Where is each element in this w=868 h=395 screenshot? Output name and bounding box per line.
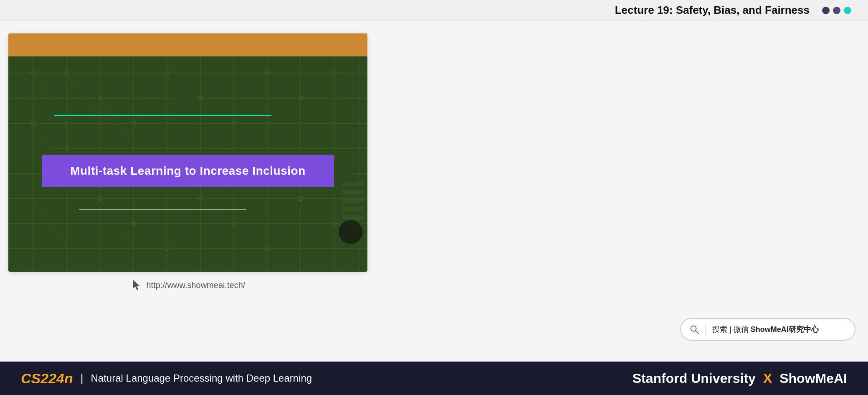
search-divider: [706, 324, 706, 335]
slide-cyan-line: [54, 115, 271, 116]
footer-x: X: [763, 371, 772, 386]
footer-course-code: CS224n: [21, 370, 73, 387]
svg-rect-45: [342, 215, 363, 219]
dots-container: [822, 7, 851, 14]
search-box[interactable]: 搜索 | 微信 ShowMeAI研究中心: [680, 318, 855, 341]
footer-right: Stanford University X ShowMeAI: [633, 371, 847, 386]
main-content: Multi-task Learning to Increase Inclusio…: [0, 21, 868, 362]
svg-rect-42: [342, 190, 363, 194]
footer-separator: |: [81, 372, 84, 385]
slide-banner: Multi-task Learning to Increase Inclusio…: [42, 155, 334, 187]
url-text: http://www.showmeai.tech/: [147, 280, 245, 290]
search-brand: ShowMeAI研究中心: [751, 325, 819, 334]
svg-rect-43: [342, 199, 363, 203]
footer-stanford: Stanford University: [633, 371, 756, 386]
right-panel: 搜索 | 微信 ShowMeAI研究中心: [376, 21, 868, 362]
lecture-title: Lecture 19: Safety, Bias, and Fairness: [615, 4, 810, 17]
slide-top-bar: [8, 33, 367, 56]
svg-line-55: [696, 331, 698, 334]
slide-title: Multi-task Learning to Increase Inclusio…: [70, 164, 306, 178]
cursor-icon: [131, 279, 142, 291]
search-text: 搜索 | 微信 ShowMeAI研究中心: [712, 324, 819, 334]
search-box-wrapper: 搜索 | 微信 ShowMeAI研究中心: [388, 318, 855, 341]
svg-point-46: [338, 219, 363, 245]
top-header: Lecture 19: Safety, Bias, and Fairness: [0, 0, 868, 21]
slide-panel: Multi-task Learning to Increase Inclusio…: [0, 21, 376, 362]
footer-showmeai: ShowMeAI: [779, 371, 847, 386]
svg-rect-44: [342, 207, 363, 211]
svg-rect-41: [342, 182, 363, 186]
dot-3[interactable]: [844, 7, 851, 14]
search-icon: [689, 324, 699, 334]
dot-1[interactable]: [822, 7, 830, 14]
footer-bar: CS224n | Natural Language Processing wit…: [0, 362, 868, 395]
footer-subtitle: Natural Language Processing with Deep Le…: [91, 372, 312, 384]
slide-container: Multi-task Learning to Increase Inclusio…: [8, 33, 367, 272]
footer-left: CS224n | Natural Language Processing wit…: [21, 370, 312, 387]
slide-url-row: http://www.showmeai.tech/: [131, 279, 245, 291]
dot-2[interactable]: [833, 7, 840, 14]
slide-gray-line: [79, 209, 246, 210]
